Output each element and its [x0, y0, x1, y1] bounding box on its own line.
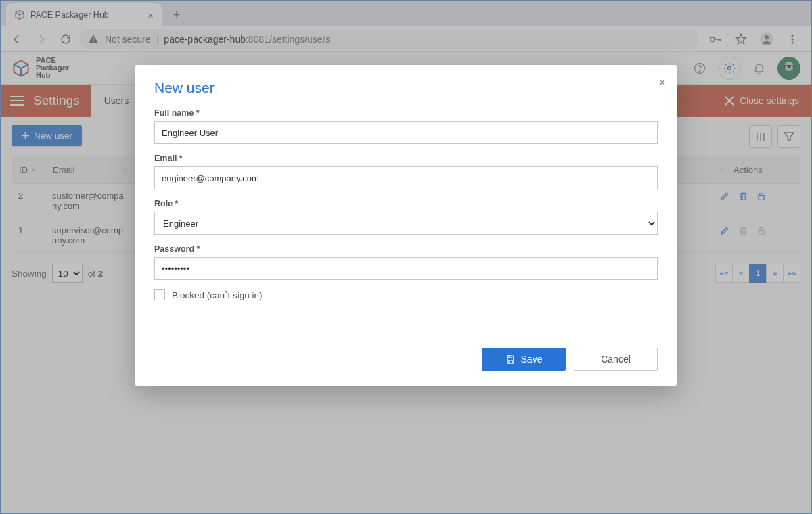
password-label: Password *	[154, 244, 658, 254]
password-input[interactable]	[154, 257, 658, 280]
role-label: Role *	[154, 199, 658, 208]
email-label: Email *	[154, 154, 658, 163]
email-input[interactable]	[154, 166, 658, 189]
modal-title: New user	[154, 80, 658, 96]
full-name-input[interactable]	[154, 121, 658, 144]
blocked-label: Blocked (can`t sign in)	[172, 290, 263, 300]
blocked-checkbox[interactable]	[154, 289, 165, 300]
modal-overlay: × New user Full name * Email * Role * En…	[0, 0, 812, 514]
full-name-label: Full name *	[154, 108, 658, 118]
save-button[interactable]: Save	[482, 348, 566, 371]
modal-close-button[interactable]: ×	[658, 76, 666, 90]
save-icon	[505, 354, 516, 365]
save-label: Save	[521, 354, 543, 365]
role-select[interactable]: Engineer	[154, 212, 658, 235]
cancel-button[interactable]: Cancel	[574, 348, 658, 371]
new-user-modal: × New user Full name * Email * Role * En…	[135, 65, 677, 386]
